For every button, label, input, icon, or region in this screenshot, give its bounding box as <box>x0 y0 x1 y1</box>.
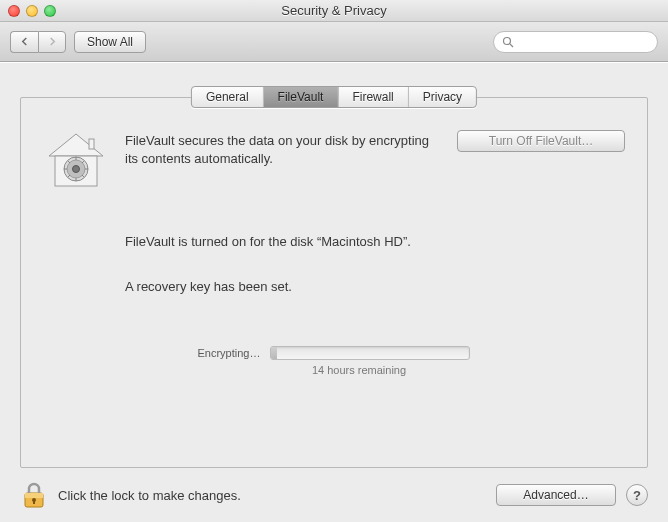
search-icon <box>502 36 514 48</box>
close-icon[interactable] <box>8 5 20 17</box>
encryption-progress-area: Encrypting… 14 hours remaining <box>43 346 625 376</box>
preferences-panel: General FileVault Firewall Privacy <box>0 62 668 522</box>
filevault-content: FileVault secures the data on your disk … <box>20 97 648 468</box>
titlebar: Security & Privacy <box>0 0 668 22</box>
chevron-left-icon <box>20 37 29 46</box>
show-all-button[interactable]: Show All <box>74 31 146 53</box>
tab-bar: General FileVault Firewall Privacy <box>191 86 477 108</box>
svg-point-0 <box>504 37 511 44</box>
advanced-button[interactable]: Advanced… <box>496 484 616 506</box>
lock-hint-text: Click the lock to make changes. <box>58 488 241 503</box>
recovery-key-status-text: A recovery key has been set. <box>125 279 625 294</box>
search-input[interactable] <box>519 35 649 49</box>
window-title: Security & Privacy <box>0 3 668 18</box>
svg-rect-17 <box>25 493 43 498</box>
encryption-progress-bar <box>270 346 470 360</box>
zoom-icon[interactable] <box>44 5 56 17</box>
tab-privacy[interactable]: Privacy <box>409 87 476 107</box>
lock-icon[interactable] <box>20 480 48 510</box>
help-icon: ? <box>633 488 641 503</box>
window-controls <box>0 5 56 17</box>
filevault-status-text: FileVault is turned on for the disk “Mac… <box>125 234 625 249</box>
footer-bar: Click the lock to make changes. Advanced… <box>20 480 648 510</box>
encryption-progress-fill <box>271 347 277 359</box>
svg-line-1 <box>510 44 513 47</box>
forward-button[interactable] <box>38 31 66 53</box>
tab-firewall[interactable]: Firewall <box>338 87 408 107</box>
chevron-right-icon <box>48 37 57 46</box>
time-remaining-label: 14 hours remaining <box>312 364 406 376</box>
filevault-house-icon <box>43 128 109 194</box>
filevault-description: FileVault secures the data on your disk … <box>125 128 441 167</box>
help-button[interactable]: ? <box>626 484 648 506</box>
svg-rect-4 <box>89 139 94 149</box>
turn-off-filevault-button[interactable]: Turn Off FileVault… <box>457 130 625 152</box>
search-field[interactable] <box>493 31 658 53</box>
tab-general[interactable]: General <box>192 87 264 107</box>
toolbar: Show All <box>0 22 668 62</box>
minimize-icon[interactable] <box>26 5 38 17</box>
back-button[interactable] <box>10 31 38 53</box>
tab-filevault[interactable]: FileVault <box>264 87 339 107</box>
svg-point-7 <box>73 166 80 173</box>
svg-marker-2 <box>49 134 103 156</box>
nav-segment <box>10 31 66 53</box>
svg-rect-19 <box>33 500 35 504</box>
progress-label: Encrypting… <box>198 347 261 359</box>
